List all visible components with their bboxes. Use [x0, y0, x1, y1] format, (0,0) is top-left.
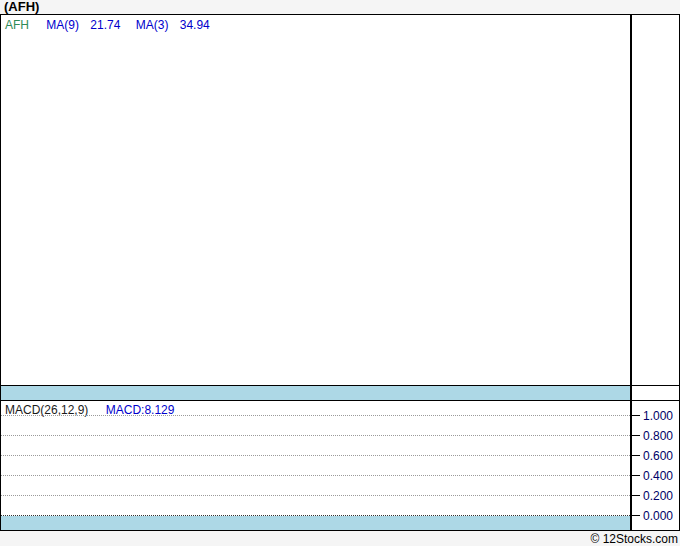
- gridline-0.600: [1, 455, 630, 456]
- stock-chart-page: (AFH) AFH MA(9) 21.74 MA(3) 34.94 MACD(2…: [0, 0, 680, 546]
- price-legend: AFH MA(9) 21.74 MA(3) 34.94: [5, 18, 222, 32]
- gridline-0.400: [1, 475, 630, 476]
- ma3-label: MA(3): [136, 18, 169, 32]
- axis-tick: [632, 495, 640, 496]
- ma9-value: 21.74: [90, 18, 120, 32]
- gridline-0.800: [1, 435, 630, 436]
- symbol-label: AFH: [5, 18, 29, 32]
- axis-divider: [630, 15, 632, 530]
- axis-tick: [632, 415, 640, 416]
- axis-label: 0.800: [643, 428, 679, 444]
- chart-frame: AFH MA(9) 21.74 MA(3) 34.94 MACD(26,12,9…: [0, 14, 680, 531]
- gridline-0.200: [1, 495, 630, 496]
- axis-tick: [632, 515, 640, 516]
- axis-label: 0.600: [643, 448, 679, 464]
- axis-tick: [632, 435, 640, 436]
- credit-text: © 12Stocks.com: [590, 532, 678, 546]
- axis-label: 0.400: [643, 468, 679, 484]
- axis-label: 0.000: [643, 508, 679, 524]
- axis-label: 1.000: [643, 408, 679, 424]
- axis-label: 0.200: [643, 488, 679, 504]
- ma3-value: 34.94: [180, 18, 210, 32]
- gridline-1.000: [1, 415, 630, 416]
- page-title: (AFH): [4, 0, 39, 14]
- divider-band-lower: [1, 516, 630, 530]
- axis-tick: [632, 455, 640, 456]
- pane-separator-bottom: [1, 400, 679, 401]
- divider-band-upper: [1, 386, 630, 400]
- ma9-label: MA(9): [46, 18, 79, 32]
- axis-tick: [632, 475, 640, 476]
